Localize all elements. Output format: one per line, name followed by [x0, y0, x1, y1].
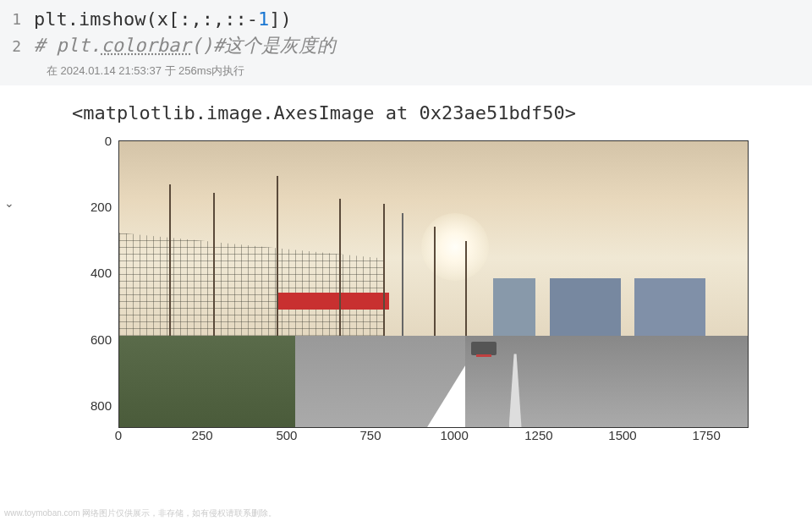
red-banner	[277, 293, 390, 310]
y-tick: 600	[91, 332, 112, 346]
y-tick: 0	[105, 134, 112, 148]
execution-info: 在 2024.01.14 21:53:37 于 256ms内执行	[0, 60, 812, 79]
collapse-icon[interactable]: ⌄	[4, 196, 14, 210]
tree	[434, 227, 436, 335]
x-tick: 1250	[524, 428, 552, 442]
x-axis: 0 250 500 750 1000 1250 1500 1750	[118, 428, 749, 445]
tree	[277, 176, 278, 342]
tree	[465, 241, 467, 336]
output-repr: <matplotlib.image.AxesImage at 0x23ae51b…	[72, 102, 812, 123]
watermark: www.toymoban.com 网络图片仅供展示，非存储，如有侵权请联系删除。	[4, 507, 277, 519]
code-line-1[interactable]: 1 plt.imshow(x[:,:,::-1])	[0, 7, 812, 31]
matplotlib-figure: 0 200 400 600 800	[72, 140, 749, 445]
x-tick: 1500	[608, 428, 636, 442]
tree	[169, 184, 171, 342]
output-area: <matplotlib.image.AxesImage at 0x23ae51b…	[0, 85, 812, 445]
sun	[421, 213, 489, 281]
x-tick: 1000	[440, 428, 468, 442]
x-tick: 0	[115, 428, 122, 442]
code-content-comment: # plt.colorbar()#这个是灰度的	[34, 33, 336, 58]
line-number: 1	[0, 10, 34, 28]
tree	[339, 199, 341, 342]
y-tick: 200	[91, 200, 112, 214]
y-tick: 800	[91, 398, 112, 412]
y-tick: 400	[91, 266, 112, 280]
plot-image-area	[118, 140, 749, 428]
ground	[119, 336, 748, 427]
tree	[213, 193, 215, 342]
code-cell[interactable]: 1 plt.imshow(x[:,:,::-1]) 2 # plt.colorb…	[0, 0, 812, 85]
code-line-2[interactable]: 2 # plt.colorbar()#这个是灰度的	[0, 31, 812, 60]
line-number: 2	[0, 37, 34, 55]
sidewalk	[295, 336, 484, 427]
tree	[383, 204, 385, 341]
street-pole	[402, 213, 403, 342]
road	[465, 336, 748, 427]
x-tick: 750	[359, 428, 381, 442]
y-axis: 0 200 400 600 800	[72, 140, 118, 428]
x-tick: 1750	[692, 428, 720, 442]
buildings	[465, 278, 748, 336]
x-tick: 500	[276, 428, 297, 442]
fence-ground	[119, 336, 308, 427]
x-tick: 250	[192, 428, 213, 442]
code-content: plt.imshow(x[:,:,::-1])	[34, 8, 292, 30]
car	[471, 342, 497, 356]
